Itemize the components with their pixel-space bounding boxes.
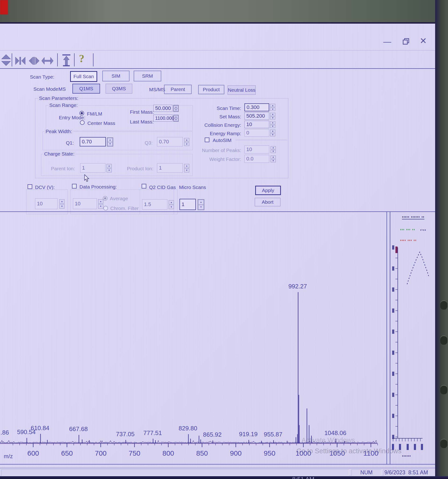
product-ion-spinner[interactable] bbox=[184, 164, 189, 172]
last-mass-label: Last Mass: bbox=[130, 119, 154, 125]
svg-text:1050: 1050 bbox=[329, 449, 345, 457]
collision-energy-input[interactable]: 10 bbox=[244, 121, 269, 128]
svg-text:919.19: 919.19 bbox=[239, 431, 258, 438]
weight-factor-label: Weight Factor: bbox=[197, 156, 241, 162]
scan-mode-label: Scan Mode: bbox=[33, 86, 60, 92]
svg-text:800: 800 bbox=[162, 449, 174, 457]
scan-parameters-caption: Scan Parameters: bbox=[38, 95, 79, 101]
data-processing-checkbox[interactable] bbox=[72, 184, 77, 188]
autosim-label[interactable]: AutoSIM bbox=[213, 137, 232, 143]
micro-scans-spinner[interactable] bbox=[198, 199, 204, 210]
collapse-to-bar-icon[interactable] bbox=[15, 56, 26, 67]
last-mass-spinner[interactable] bbox=[173, 115, 179, 122]
last-mass-input[interactable]: 1100.000 bbox=[153, 115, 172, 122]
parent-ion-spinner[interactable] bbox=[107, 164, 112, 172]
horizontal-span-icon[interactable] bbox=[41, 57, 54, 66]
toolbar-separator bbox=[93, 53, 93, 67]
scan-time-spinner[interactable] bbox=[270, 104, 275, 111]
q1-input[interactable]: 0.70 bbox=[80, 137, 106, 146]
parent-ion-input[interactable]: 1 bbox=[80, 163, 105, 173]
q3-input[interactable]: 0.70 bbox=[157, 137, 183, 146]
set-mass-input[interactable]: 505.200 bbox=[244, 112, 269, 120]
scan-mode-product-button[interactable]: Product bbox=[198, 85, 224, 94]
scan-type-sim-button[interactable]: SIM bbox=[102, 71, 130, 81]
restore-icon bbox=[403, 38, 409, 45]
energy-ramp-spinner[interactable] bbox=[270, 130, 275, 136]
svg-text:750: 750 bbox=[129, 449, 140, 457]
set-mass-spinner[interactable] bbox=[270, 113, 275, 120]
q1-label: Q1: bbox=[66, 140, 74, 146]
toolbar-bottom-divider bbox=[0, 68, 435, 69]
status-bar: NUM 9/6/2023 8:51 AM bbox=[0, 468, 435, 477]
help-icon[interactable]: ? bbox=[79, 52, 84, 65]
ms-label: MS bbox=[58, 86, 66, 92]
minimize-button[interactable]: — bbox=[383, 37, 391, 46]
energy-ramp-input[interactable]: 0 bbox=[244, 129, 269, 137]
apply-button[interactable]: Apply bbox=[255, 186, 281, 195]
autosim-divider bbox=[236, 140, 287, 140]
fm-lm-radio-label[interactable]: FM/LM bbox=[87, 111, 102, 117]
time-reflection: 8:51 AM bbox=[292, 476, 314, 479]
bezel-notch bbox=[440, 335, 447, 345]
bezel-notch bbox=[440, 300, 447, 310]
svg-text:610.84: 610.84 bbox=[31, 425, 50, 432]
scan-mode-q1ms-button[interactable]: Q1MS bbox=[72, 84, 100, 93]
vertical-fit-icon[interactable] bbox=[1, 54, 11, 67]
product-ion-input[interactable]: 1 bbox=[157, 163, 183, 173]
dcv-input[interactable]: 10 bbox=[35, 198, 58, 209]
first-mass-input[interactable]: 50.000 bbox=[153, 105, 172, 112]
center-mass-radio[interactable] bbox=[80, 120, 84, 125]
chrom-filter-radio-label[interactable]: Chrom. Filter bbox=[110, 205, 139, 212]
weight-factor-input[interactable]: 0.0 bbox=[244, 155, 269, 163]
scan-time-input[interactable]: 0.300 bbox=[244, 103, 269, 111]
bezel-notch bbox=[440, 439, 447, 448]
scan-mode-q3ms-button[interactable]: Q3MS bbox=[106, 84, 132, 93]
expand-from-bar-icon[interactable] bbox=[28, 56, 40, 67]
scan-type-srm-button[interactable]: SRM bbox=[134, 71, 161, 81]
number-of-peaks-spinner[interactable] bbox=[271, 146, 276, 153]
collision-energy-spinner[interactable] bbox=[270, 121, 275, 128]
data-processing-label[interactable]: Data Processing: bbox=[79, 184, 117, 190]
q2-cid-gas-input[interactable]: 1.5 bbox=[142, 199, 167, 210]
svg-text:1100: 1100 bbox=[364, 449, 379, 457]
dcv-spinner[interactable] bbox=[59, 199, 65, 209]
side-mini-chart bbox=[390, 212, 435, 464]
scan-mode-neutral-loss-button[interactable]: Neutral Loss bbox=[228, 85, 256, 95]
close-button[interactable]: ✕ bbox=[420, 36, 427, 46]
weight-factor-spinner[interactable] bbox=[271, 156, 276, 162]
dcv-checkbox[interactable] bbox=[28, 184, 32, 189]
scan-type-full-scan-button[interactable]: Full Scan bbox=[70, 71, 97, 82]
average-radio-label[interactable]: Average bbox=[110, 196, 128, 202]
data-processing-spinner[interactable] bbox=[98, 199, 103, 209]
q2-cid-gas-spinner[interactable] bbox=[169, 200, 174, 209]
side-axis-title: ▮▮▮▮▮▮ bbox=[402, 455, 411, 457]
abort-button[interactable]: Abort bbox=[255, 198, 280, 206]
fm-lm-radio[interactable] bbox=[79, 111, 84, 116]
raise-to-top-icon[interactable] bbox=[61, 54, 71, 68]
average-radio[interactable] bbox=[103, 196, 108, 201]
mz-axis-label: m/z bbox=[4, 453, 13, 460]
mass-spectrum-plot: 600650700750800850900950100010501100590.… bbox=[0, 212, 388, 464]
center-mass-radio-label[interactable]: Center Mass bbox=[87, 120, 115, 126]
autosim-checkbox[interactable] bbox=[205, 138, 209, 142]
q1-spinner[interactable] bbox=[107, 138, 113, 146]
scan-range-caption: Scan Range: bbox=[48, 102, 79, 108]
energy-ramp-label: Energy Ramp: bbox=[198, 131, 241, 137]
micro-scans-input[interactable]: 1 bbox=[180, 199, 196, 210]
svg-text:667.68: 667.68 bbox=[69, 426, 88, 432]
q3-spinner[interactable] bbox=[184, 138, 189, 146]
number-of-peaks-input[interactable]: 10 bbox=[244, 146, 269, 153]
chrom-filter-radio[interactable] bbox=[103, 206, 108, 211]
monitor-bezel-bottom: 8:51 AM bbox=[0, 476, 448, 479]
splitter[interactable] bbox=[0, 212, 435, 212]
first-mass-spinner[interactable] bbox=[173, 105, 179, 112]
svg-text:992.27: 992.27 bbox=[288, 283, 307, 290]
status-num-indicator: NUM bbox=[351, 469, 381, 475]
parent-ion-label: Parent Ion: bbox=[51, 166, 75, 172]
restore-button[interactable] bbox=[403, 38, 409, 46]
scan-mode-parent-button[interactable]: Parent bbox=[164, 85, 192, 94]
set-mass-label: Set Mass: bbox=[199, 114, 241, 120]
data-processing-input[interactable]: 10 bbox=[73, 198, 97, 209]
q2-cid-gas-checkbox[interactable] bbox=[142, 184, 146, 188]
toolbar-separator bbox=[57, 53, 58, 67]
